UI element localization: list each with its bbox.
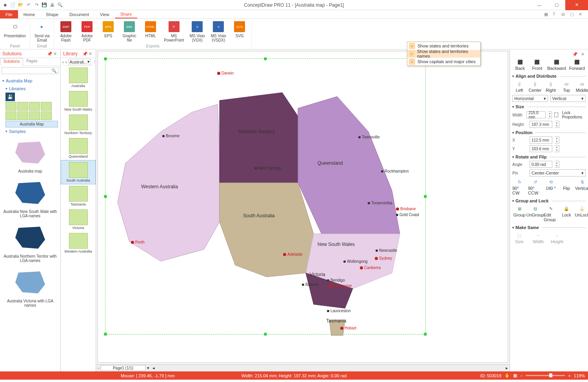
context-menu-item[interactable]: ✓Show capitals and major cities bbox=[407, 58, 480, 65]
pin-icon[interactable]: 📌 bbox=[47, 51, 52, 56]
library-dropdown[interactable]: Australi...▾ bbox=[68, 59, 91, 65]
zoom-slider[interactable] bbox=[526, 375, 565, 376]
rotate-180[interactable]: ⟲180 ° bbox=[544, 179, 558, 195]
group-button[interactable]: ⊞Group bbox=[512, 206, 526, 222]
lib-prev-icon[interactable]: ‹ bbox=[62, 60, 64, 64]
scroll-left-icon[interactable]: ◂ bbox=[152, 366, 155, 371]
minimize-button[interactable]: — bbox=[531, 0, 548, 10]
ribbon-send-email[interactable]: ► Send via Email bbox=[33, 20, 51, 44]
sample-item[interactable]: Australia New South Wale with LGA names bbox=[2, 177, 58, 220]
align-top[interactable]: ▭Top bbox=[559, 81, 573, 93]
window-restore-icon[interactable]: ▢ bbox=[570, 12, 575, 17]
library-item[interactable]: Victoria bbox=[61, 208, 96, 231]
tree-root[interactable]: Australia Map bbox=[2, 77, 58, 85]
ribbon-export-v[interactable]: VMS Visio (VSDX) bbox=[209, 20, 228, 44]
scroll-right-icon[interactable]: ▸ bbox=[506, 366, 508, 371]
status-grid-icon[interactable]: ▦ bbox=[513, 373, 517, 378]
library-item[interactable]: Australia bbox=[61, 66, 96, 89]
window-min-icon[interactable]: ⊟ bbox=[561, 12, 567, 17]
height-spinner[interactable]: ▲▼ bbox=[555, 121, 559, 128]
section-position[interactable]: Position bbox=[512, 129, 586, 136]
tab-solutions[interactable]: Solutions bbox=[0, 58, 23, 66]
sample-item[interactable]: Australia map bbox=[2, 137, 58, 176]
ribbon-export-v[interactable]: VMS Visio (VDX) bbox=[188, 20, 207, 44]
save-library-icon[interactable]: 💾 bbox=[5, 93, 15, 101]
library-item[interactable]: Tasmania bbox=[61, 184, 96, 208]
panel-toggle-icon[interactable]: ▦ bbox=[544, 12, 550, 17]
library-item[interactable]: New South Wales bbox=[61, 89, 96, 113]
flip-vertical[interactable]: ⇅Vertical bbox=[575, 179, 588, 195]
menu-file[interactable]: File bbox=[0, 10, 18, 18]
width-input[interactable]: 215.0 mm bbox=[526, 111, 546, 118]
window-close-icon[interactable]: ✕ bbox=[579, 12, 584, 17]
angle-input[interactable]: 0.00 rad bbox=[530, 161, 552, 168]
selection-box[interactable] bbox=[105, 58, 426, 335]
section-makesame[interactable]: Make Same bbox=[512, 224, 586, 231]
lib-next-icon[interactable]: › bbox=[65, 60, 67, 64]
align-right[interactable]: ▯Right bbox=[544, 81, 558, 93]
arrange-forward[interactable]: ⬛Forward bbox=[569, 59, 585, 71]
section-size[interactable]: Size bbox=[512, 103, 586, 110]
canvas[interactable]: Western AustraliaNorthern TerritoryQueen… bbox=[98, 51, 508, 363]
tab-pages[interactable]: Pages bbox=[23, 58, 40, 65]
page-dropdown-icon[interactable]: ▾ bbox=[147, 366, 149, 371]
align-left[interactable]: ▯Left bbox=[512, 81, 526, 93]
ribbon-export-p[interactable]: PMS PowerPoint bbox=[162, 20, 185, 44]
ribbon-export-pdf[interactable]: PDFAdobe PDF bbox=[78, 20, 96, 44]
search-go-icon[interactable]: 🔍 bbox=[50, 68, 58, 73]
print-icon[interactable]: 🖶 bbox=[49, 2, 55, 8]
help-icon[interactable]: ? bbox=[553, 12, 558, 17]
sample-item[interactable]: Australia Victoria with LGA names bbox=[2, 267, 58, 310]
height-input[interactable]: 197.3 mm bbox=[530, 121, 552, 128]
library-item[interactable]: South Australia bbox=[61, 160, 96, 184]
edit-group-button[interactable]: ✎Edit Group bbox=[544, 206, 558, 222]
width-spinner[interactable]: ▲▼ bbox=[548, 111, 552, 118]
menu-home[interactable]: Home bbox=[18, 10, 40, 18]
section-align[interactable]: Align and Distribute bbox=[512, 72, 586, 79]
solutions-search[interactable]: 🔍 bbox=[2, 67, 59, 74]
redo-icon[interactable]: ↷ bbox=[34, 2, 39, 8]
menu-view[interactable]: View bbox=[94, 10, 115, 18]
ribbon-export-html[interactable]: HTMLHTML bbox=[141, 20, 160, 44]
open-icon[interactable]: 📂 bbox=[18, 2, 24, 8]
close-button[interactable]: ✕ bbox=[565, 0, 588, 10]
save-icon[interactable]: 💾 bbox=[42, 2, 47, 8]
x-input[interactable]: 112.5 mm bbox=[530, 136, 552, 144]
zoom-in-icon[interactable]: + bbox=[568, 373, 570, 378]
status-hand-icon[interactable]: ✋ bbox=[505, 373, 510, 378]
search-icon[interactable]: 🔍 bbox=[57, 2, 63, 8]
y-input[interactable]: 103.6 mm bbox=[530, 145, 552, 152]
close-panel-icon[interactable]: ✕ bbox=[581, 52, 586, 56]
tree-libraries[interactable]: Libraries bbox=[2, 85, 58, 93]
arrange-back[interactable]: ⬛Back bbox=[513, 59, 527, 71]
menu-shape[interactable]: Shape bbox=[40, 10, 64, 18]
ungroup-button[interactable]: ⊟UnGroup bbox=[528, 206, 542, 222]
lock-proportions-checkbox[interactable] bbox=[554, 113, 558, 117]
ribbon-export-svg[interactable]: SVGSVG bbox=[230, 20, 249, 44]
pin-icon[interactable]: 📌 bbox=[82, 51, 87, 56]
maximize-button[interactable]: ▢ bbox=[548, 0, 565, 10]
ribbon-export-eps[interactable]: EPSEPS bbox=[99, 20, 118, 44]
library-selected[interactable]: Australia Map bbox=[5, 121, 58, 127]
section-group[interactable]: Group and Lock bbox=[512, 197, 586, 204]
tree-samples[interactable]: Samples bbox=[2, 127, 58, 135]
ribbon-export-swf[interactable]: SWFAdobe Flash bbox=[56, 20, 75, 44]
library-item[interactable]: Northern Territory bbox=[61, 113, 96, 136]
page-add-icon[interactable]: ◦ bbox=[98, 366, 99, 371]
ribbon-export-img[interactable]: IMGGraphic file bbox=[120, 20, 139, 44]
lib-chip[interactable] bbox=[5, 102, 16, 111]
unlock-button[interactable]: 🔓UnLock bbox=[575, 206, 588, 222]
page-tab[interactable]: Page1 (1/1) bbox=[101, 365, 145, 371]
rotate-cw[interactable]: ↻90° CW bbox=[512, 179, 526, 195]
rotate-ccw[interactable]: ↺90° CCW bbox=[528, 179, 542, 195]
context-menu-item[interactable]: ✓Show states and territories bbox=[407, 42, 480, 50]
close-panel-icon[interactable]: ✕ bbox=[89, 51, 93, 56]
distribute-horizontal[interactable]: Horizontal▾ bbox=[512, 95, 548, 102]
new-icon[interactable]: 📄 bbox=[10, 2, 16, 8]
undo-icon[interactable]: ↶ bbox=[26, 2, 31, 8]
align-middle[interactable]: ▭Middle bbox=[575, 81, 588, 93]
zoom-out-icon[interactable]: − bbox=[520, 373, 523, 378]
menu-share[interactable]: Share bbox=[115, 10, 137, 18]
context-menu-item[interactable]: ✓Show states and territories names bbox=[407, 50, 480, 58]
arrange-front[interactable]: ⬛Front bbox=[530, 59, 544, 71]
